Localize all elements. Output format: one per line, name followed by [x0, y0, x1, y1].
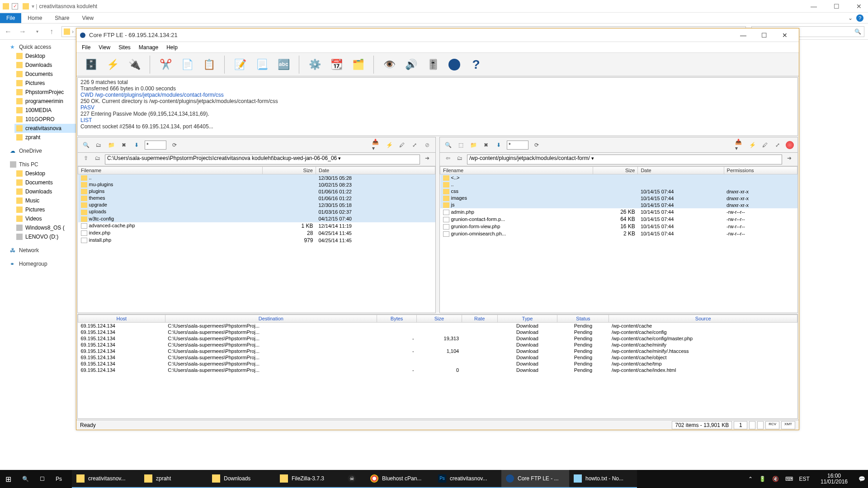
tree-icon[interactable]: 🗂	[93, 155, 102, 164]
close-button[interactable]: ✕	[853, 3, 865, 10]
ribbon-tab-view[interactable]: View	[75, 13, 100, 23]
taskbar-app[interactable]: Core FTP LE - ...	[501, 470, 569, 488]
refresh-icon[interactable]: ⟳	[170, 141, 179, 150]
queue-row[interactable]: 69.195.124.134C:\Users\sala-supermees\Ph…	[78, 329, 797, 335]
start-button[interactable]: ⊞	[0, 470, 17, 488]
menu-file[interactable]: File	[82, 44, 90, 51]
taskbar-app[interactable]: howto.txt - No...	[569, 470, 637, 488]
connect-icon[interactable]: 🗄️	[82, 56, 100, 74]
column-header[interactable]: Size	[263, 167, 316, 174]
column-header[interactable]: Host	[78, 315, 165, 323]
remote-filter-input[interactable]	[507, 141, 528, 150]
queue-row[interactable]: 69.195.124.134C:\Users\sala-supermees\Ph…	[78, 361, 797, 367]
file-row[interactable]: <..>	[440, 174, 797, 182]
ribbon-tab-share[interactable]: Share	[48, 13, 75, 23]
options-icon[interactable]: 🎚️	[424, 56, 442, 74]
edit-icon[interactable]: 📝	[231, 56, 249, 74]
web-icon[interactable]	[445, 56, 463, 74]
mode-icon[interactable]: 📥▾	[735, 141, 744, 150]
language-indicator[interactable]: EST	[799, 476, 810, 482]
column-header[interactable]: Size	[593, 167, 638, 174]
expand-icon[interactable]: ⤢	[410, 141, 419, 150]
download-icon[interactable]: ⬇	[132, 141, 141, 150]
menu-sites[interactable]: Sites	[118, 44, 131, 51]
expand-icon[interactable]: ⤢	[773, 141, 782, 150]
refresh-icon[interactable]: ⟳	[532, 141, 541, 150]
stop-icon[interactable]: ⊘	[423, 141, 432, 150]
tree-icon[interactable]: 🗂	[94, 141, 103, 150]
maximize-button[interactable]: ☐	[754, 29, 774, 42]
file-row[interactable]: grunion-contact-form.p...64 KB10/14/15 0…	[440, 216, 797, 223]
up-button[interactable]: ↑	[47, 28, 56, 36]
back-button[interactable]: ←	[4, 28, 13, 36]
file-row[interactable]: themes01/06/16 01:22	[78, 195, 435, 202]
keyboard-icon[interactable]: ⌨	[785, 476, 793, 482]
column-header[interactable]: Date	[316, 167, 435, 174]
rename-icon[interactable]: 🔤	[274, 56, 292, 74]
column-header[interactable]: Size	[417, 315, 462, 323]
battery-icon[interactable]: 🔋	[759, 476, 766, 482]
file-row[interactable]: ..	[440, 181, 797, 188]
tree-icon[interactable]: 🗂	[455, 155, 464, 164]
disconnect-icon[interactable]: 🔌	[125, 56, 143, 74]
taskview-button[interactable]: ☐	[34, 470, 50, 488]
queue-row[interactable]: 69.195.124.134C:\Users\sala-supermees\Ph…	[78, 367, 797, 373]
file-row[interactable]: plugins01/06/16 01:22	[78, 188, 435, 195]
menu-help[interactable]: Help	[166, 44, 178, 51]
file-row[interactable]: css10/14/15 07:44drwxr-xr-x	[440, 188, 797, 195]
file-row[interactable]: grunion-omnisearch.ph...2 KB10/14/15 07:…	[440, 230, 797, 237]
menu-manage[interactable]: Manage	[139, 44, 158, 51]
ftp-log[interactable]: 226 9 matches totalTransferred 666 bytes…	[77, 77, 798, 136]
file-row[interactable]: uploads01/03/16 02:37	[78, 208, 435, 215]
taskbar-app[interactable]: Bluehost cPan...	[366, 470, 434, 488]
file-row[interactable]: mu-plugins10/02/15 08:23	[78, 181, 435, 188]
ribbon-tab-file[interactable]: File	[0, 13, 21, 23]
upload-icon[interactable]: ⬇	[494, 141, 503, 150]
up-icon[interactable]: ⇧	[81, 155, 90, 164]
clock[interactable]: 16:0011/01/2016	[816, 473, 852, 485]
delete-icon[interactable]: ✖	[481, 141, 491, 150]
show-icon[interactable]: 👁️	[380, 56, 398, 74]
select-icon[interactable]: ⬚	[456, 141, 465, 150]
delete-icon[interactable]: ✖	[119, 141, 128, 150]
close-button[interactable]: ✕	[774, 29, 795, 42]
menu-view[interactable]: View	[99, 44, 110, 51]
sound-icon[interactable]: 🔊	[402, 56, 420, 74]
go-icon[interactable]: ➜	[423, 155, 432, 164]
explorer-titlebar[interactable]: ▾ | creativitasnova koduleht ― ☐ ✕	[0, 0, 868, 13]
system-tray[interactable]: ⌃ 🔋 🔇 ⌨ EST 16:0011/01/2016 💬	[745, 473, 868, 485]
taskbar-app[interactable]: Downloads	[208, 470, 275, 488]
go-icon[interactable]: ➜	[785, 155, 794, 164]
column-header[interactable]: Status	[557, 315, 609, 323]
file-row[interactable]: ..12/30/15 05:28	[78, 174, 435, 182]
help-icon[interactable]: ?	[467, 56, 485, 74]
taskbar-app[interactable]: creativitasnov...	[72, 470, 140, 488]
volume-icon[interactable]: 🔇	[772, 476, 779, 482]
view-icon[interactable]: 📃	[253, 56, 271, 74]
local-path[interactable]: C:\Users\sala-supermees\PhpstormProjects…	[105, 155, 420, 164]
column-header[interactable]: Source	[609, 315, 797, 323]
file-row[interactable]: install.php97904/25/14 11:45	[78, 237, 435, 244]
queue-row[interactable]: 69.195.124.134C:\Users\sala-supermees\Ph…	[78, 348, 797, 354]
column-header[interactable]: Bytes	[377, 315, 416, 323]
maximize-button[interactable]: ☐	[830, 3, 843, 10]
back-icon[interactable]: ⇦	[443, 155, 453, 164]
ribbon-tab-home[interactable]: Home	[21, 13, 48, 23]
notifications-icon[interactable]: 💬	[859, 476, 865, 482]
local-file-list[interactable]: FilenameSizeDate..12/30/15 05:28mu-plugi…	[78, 166, 435, 313]
help-icon[interactable]: ?	[856, 14, 863, 22]
search-icon[interactable]: 🔍	[81, 141, 90, 150]
qat-check-icon[interactable]	[12, 3, 18, 9]
column-header[interactable]: Destination	[165, 315, 377, 323]
taskbar-app[interactable]: FileZilla-3.7.3	[275, 470, 343, 488]
forward-button[interactable]: →	[18, 28, 27, 36]
file-row[interactable]: grunion-form-view.php16 KB10/14/15 07:44…	[440, 223, 797, 230]
template-icon[interactable]: 🗂️	[349, 56, 367, 74]
column-header[interactable]: Rate	[462, 315, 497, 323]
column-header[interactable]: Permissions	[724, 167, 797, 174]
minimize-button[interactable]: ―	[807, 3, 820, 10]
mode-icon[interactable]: 📥▾	[372, 141, 381, 150]
search-icon[interactable]: 🔍	[443, 141, 453, 150]
queue-row[interactable]: 69.195.124.134C:\Users\sala-supermees\Ph…	[78, 323, 797, 329]
schedule-icon[interactable]: 📆	[327, 56, 345, 74]
